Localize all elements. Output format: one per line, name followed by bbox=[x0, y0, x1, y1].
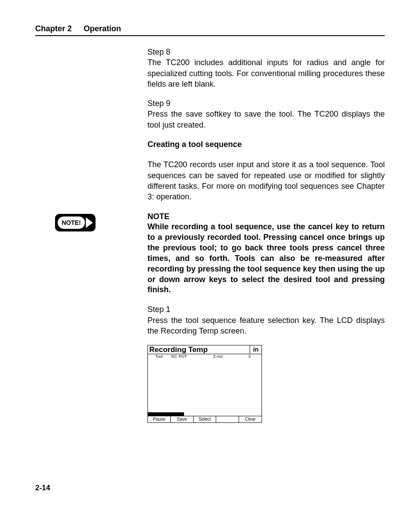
lcd-softkeys: Pause Save Select Clear bbox=[148, 416, 262, 422]
softkey-blank bbox=[216, 416, 239, 422]
step8-text: The TC200 includes additional inputs for… bbox=[147, 57, 385, 89]
lcd-title-row: Recording Temp in bbox=[148, 345, 262, 354]
step1-text: Press the tool sequence feature selectio… bbox=[147, 315, 385, 337]
step8-label: Step 8 bbox=[147, 47, 385, 57]
softkey-select: Select bbox=[194, 416, 217, 422]
section-intro: The TC200 records user input and store i… bbox=[147, 159, 385, 202]
lcd-highlight-bar bbox=[148, 412, 184, 416]
chapter-title: Operation bbox=[84, 24, 121, 33]
col-x: X bbox=[242, 355, 251, 359]
step1-label: Step 1 bbox=[147, 304, 385, 315]
chapter-label: Chapter 2 bbox=[35, 24, 72, 33]
lcd-columns: Tool SG POT Z-Act X bbox=[148, 354, 262, 359]
note-icon: NOTE! bbox=[55, 214, 96, 231]
softkey-save: Save bbox=[171, 416, 194, 422]
lcd-screenshot: Recording Temp in Tool SG POT Z-Act X Pa… bbox=[147, 345, 262, 423]
page: Chapter 2 Operation Step 8 The TC200 inc… bbox=[0, 0, 420, 510]
col-zact: Z-Act bbox=[194, 355, 242, 359]
lcd-unit: in bbox=[250, 345, 262, 354]
col-tool: Tool bbox=[149, 355, 169, 359]
page-number: 2-14 bbox=[35, 484, 50, 492]
section-heading: Creating a tool sequence bbox=[147, 139, 385, 150]
step9-label: Step 9 bbox=[147, 98, 385, 109]
body-column: Step 8 The TC200 includes additional inp… bbox=[147, 47, 385, 423]
note-icon-label: NOTE! bbox=[62, 219, 81, 226]
step9-text: Press the save softkey to save the tool.… bbox=[147, 109, 385, 130]
running-header: Chapter 2 Operation bbox=[35, 24, 385, 36]
lcd-body-area bbox=[148, 359, 262, 416]
col-pot: POT bbox=[179, 355, 194, 359]
note-block: NOTE! NOTE While recording a tool sequen… bbox=[147, 211, 385, 296]
softkey-pause: Pause bbox=[148, 416, 171, 422]
softkey-clear: Clear bbox=[239, 416, 262, 422]
note-body: While recording a tool sequence, use the… bbox=[147, 222, 385, 296]
note-title: NOTE bbox=[147, 211, 385, 222]
lcd-title: Recording Temp bbox=[148, 345, 250, 354]
col-sg: SG bbox=[169, 355, 179, 359]
